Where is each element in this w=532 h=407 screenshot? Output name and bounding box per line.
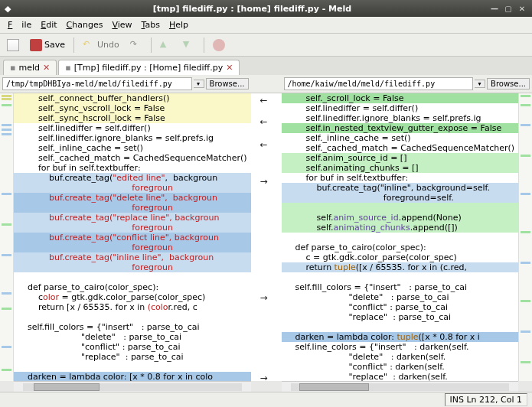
redo-button[interactable]: ↷ (126, 37, 146, 54)
code-line[interactable]: buf.create_tag("edited line", backgroun (14, 173, 251, 183)
merge-arrow-icon[interactable]: → (260, 373, 268, 381)
overview-mark[interactable] (521, 262, 530, 264)
tab-filediff[interactable]: ▪ [Tmp] filediff.py : [Home] filediff.py… (58, 60, 240, 75)
code-line[interactable]: foregroun (14, 203, 251, 213)
code-line[interactable]: return [x / 65535. for x in (color.red, … (14, 302, 251, 312)
merge-arrow-icon[interactable]: ← (260, 95, 268, 106)
code-line[interactable]: for buf in self.textbuffer: (282, 173, 519, 183)
overview-mark[interactable] (2, 95, 11, 97)
code-line[interactable]: def parse_to_cairo(color_spec): (282, 243, 519, 252)
overview-mark[interactable] (521, 231, 530, 233)
code-line[interactable]: self._cached_match = CachedSequenceMatch… (282, 143, 519, 153)
code-line[interactable]: self.linediffer = self.differ() (282, 103, 519, 113)
code-line[interactable]: buf.create_tag("conflict line", backgrou… (14, 233, 251, 243)
code-line[interactable] (14, 272, 251, 282)
code-line[interactable]: self._inline_cache = set() (282, 133, 519, 143)
menu-help[interactable]: Help (165, 18, 193, 31)
code-line[interactable]: darken = lambda color: tuple([x * 0.8 fo… (282, 332, 519, 342)
code-line[interactable]: for buf in self.textbuffer: (14, 163, 251, 173)
code-line[interactable]: "delete" : parse_to_cai (14, 332, 251, 342)
code-line[interactable]: self._sync_hscroll_lock = False (14, 113, 251, 123)
overview-mark[interactable] (521, 95, 530, 97)
undo-button[interactable]: ↶ Undo (79, 37, 123, 54)
code-line[interactable]: c = gtk.gdk.color_parse(color_spec) (282, 252, 519, 262)
code-line[interactable] (14, 312, 251, 322)
new-button[interactable] (3, 37, 23, 54)
code-line[interactable]: "conflict" : parse_to_cai (14, 342, 251, 352)
left-hscrollbar[interactable] (14, 381, 251, 392)
left-browse-button[interactable]: Browse... (206, 78, 249, 90)
code-line[interactable]: buf.create_tag("inline", background=self… (282, 183, 519, 193)
menu-edit[interactable]: Edit (36, 18, 61, 31)
code-line[interactable] (282, 272, 519, 282)
code-line[interactable]: self._inline_cache = set() (14, 143, 251, 153)
code-line[interactable] (14, 362, 251, 372)
code-line[interactable]: "replace" : parse_to_cai (282, 312, 519, 322)
code-line[interactable] (282, 233, 519, 243)
code-line[interactable]: "delete" : parse_to_cai (282, 292, 519, 302)
code-line[interactable]: self.fill_colors = {"insert" : parse_to_… (282, 282, 519, 292)
menu-view[interactable]: View (107, 18, 136, 31)
left-overview-gutter[interactable] (0, 93, 14, 381)
overview-mark[interactable] (2, 369, 11, 371)
overview-mark[interactable] (2, 254, 11, 256)
overview-mark[interactable] (2, 346, 11, 348)
right-code-pane[interactable]: self._scroll_lock = False self.linediffe… (282, 93, 519, 381)
overview-mark[interactable] (2, 292, 11, 295)
code-line[interactable]: foregroun (14, 183, 251, 193)
code-line[interactable]: self.anim_source_id.append(None) (282, 213, 519, 223)
stop-button[interactable] (209, 37, 229, 54)
code-line[interactable]: self._cached_match = CachedSequenceMatch… (14, 153, 251, 163)
code-line[interactable]: buf.create_tag("delete line", backgroun (14, 193, 251, 203)
left-code-pane[interactable]: self._connect_buffer_handlers() self._sy… (14, 93, 251, 381)
merge-arrow-icon[interactable]: ← (260, 139, 268, 150)
overview-mark[interactable] (2, 308, 11, 310)
code-line[interactable]: self.linediffer = self.differ() (14, 123, 251, 133)
code-line[interactable]: self.in_nested_textview_gutter_expose = … (282, 123, 519, 133)
code-line[interactable]: "replace" : darken(self. (282, 372, 519, 381)
up-button[interactable]: ▲ (156, 37, 176, 54)
code-line[interactable]: "replace" : parse_to_cai (14, 352, 251, 362)
tab-close-icon[interactable]: ✕ (226, 63, 233, 73)
overview-mark[interactable] (2, 129, 11, 131)
code-line[interactable]: darken = lambda color: [x * 0.8 for x in… (14, 372, 251, 381)
right-browse-button[interactable]: Browse... (487, 78, 530, 90)
overview-mark[interactable] (2, 104, 11, 106)
merge-arrow-icon[interactable]: → (260, 176, 268, 187)
overview-mark[interactable] (521, 330, 530, 333)
code-line[interactable]: self.anim_source_id = [] (282, 153, 519, 163)
code-line[interactable]: self._sync_vscroll_lock = False (14, 103, 251, 113)
overview-mark[interactable] (2, 193, 11, 195)
minimize-button[interactable]: — (489, 3, 500, 14)
overview-mark[interactable] (2, 223, 11, 226)
overview-mark[interactable] (521, 104, 530, 106)
code-line[interactable]: return tuple([x / 65535. for x in (c.red… (282, 262, 519, 272)
maximize-button[interactable]: ▢ (503, 3, 514, 14)
merge-arrow-icon[interactable]: → (260, 292, 268, 303)
code-line[interactable]: self._scroll_lock = False (282, 93, 519, 103)
code-line[interactable]: self.fill_colors = {"insert" : parse_to_… (14, 322, 251, 332)
code-line[interactable]: self.linediffer.ignore_blanks = self.pre… (282, 113, 519, 123)
code-line[interactable]: self.linediffer.ignore_blanks = self.pre… (14, 133, 251, 143)
code-line[interactable]: color = gtk.gdk.color_parse(color_spec) (14, 292, 251, 302)
code-line[interactable]: self.animating_chunks.append([]) (282, 223, 519, 233)
code-line[interactable]: foregroun (14, 262, 251, 272)
overview-mark[interactable] (521, 155, 530, 157)
tab-meld[interactable]: ▪ meld ✕ (3, 60, 57, 75)
tab-close-icon[interactable]: ✕ (43, 63, 50, 73)
code-line[interactable]: "delete" : darken(self. (282, 352, 519, 362)
code-line[interactable]: foregroun (14, 223, 251, 233)
code-line[interactable]: foregroun (14, 243, 251, 252)
right-overview-gutter[interactable] (518, 93, 532, 381)
path-dropdown-button[interactable]: ▾ (194, 80, 204, 88)
code-line[interactable] (282, 203, 519, 213)
path-dropdown-button[interactable]: ▾ (475, 80, 485, 88)
overview-mark[interactable] (2, 124, 11, 126)
menu-tabs[interactable]: Tabs (137, 18, 165, 31)
overview-mark[interactable] (2, 98, 11, 100)
code-line[interactable] (282, 322, 519, 332)
code-line[interactable]: "conflict" : parse_to_cai (282, 302, 519, 312)
overview-mark[interactable] (521, 193, 530, 195)
merge-arrow-icon[interactable]: ← (260, 116, 268, 127)
down-button[interactable]: ▼ (179, 37, 199, 54)
